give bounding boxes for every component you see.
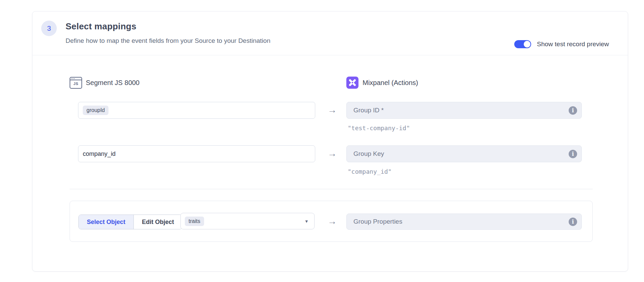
- source-name-label: Segment JS 8000: [86, 79, 140, 87]
- js-icon-text: JS: [70, 82, 81, 86]
- test-record-preview-value: "company_id": [348, 168, 392, 175]
- field-token: traits: [185, 217, 204, 226]
- show-test-record-toggle[interactable]: [514, 40, 531, 48]
- destination-name-label: Mixpanel (Actions): [363, 79, 418, 87]
- arrow-right-icon: →: [325, 145, 340, 162]
- step-number-badge: 3: [41, 21, 57, 36]
- edit-object-button[interactable]: Edit Object: [133, 215, 182, 229]
- info-icon[interactable]: i: [569, 150, 577, 158]
- browser-js-icon: JS: [70, 77, 82, 89]
- destination-field-group-properties: Group Properties i: [346, 214, 582, 230]
- mixpanel-icon: [346, 77, 358, 89]
- field-token: groupId: [83, 106, 108, 115]
- info-icon[interactable]: i: [569, 106, 577, 115]
- destination-field-label: Group ID *: [353, 107, 569, 114]
- browser-titlebar: [70, 78, 81, 80]
- section-divider: [70, 189, 593, 189]
- select-mappings-card: 3 Select mappings Define how to map the …: [32, 11, 628, 272]
- chevron-down-icon: ▾: [305, 218, 308, 224]
- destination-field-group-key: Group Key i: [346, 145, 582, 162]
- object-source-dropdown[interactable]: traits ▾: [180, 213, 315, 229]
- destination-field-label: Group Key: [353, 150, 569, 158]
- field-text-value: company_id: [83, 150, 116, 158]
- test-record-preview-value: "test-company-id": [348, 124, 410, 132]
- page-subtitle: Define how to map the event fields from …: [66, 37, 270, 45]
- page-title: Select mappings: [66, 21, 137, 32]
- source-field-input-groupid[interactable]: groupId: [78, 102, 315, 119]
- toggle-knob: [524, 41, 530, 48]
- arrow-right-icon: →: [325, 213, 340, 230]
- toggle-label: Show test record preview: [537, 39, 609, 49]
- source-field-input-company-id[interactable]: company_id: [78, 145, 315, 162]
- arrow-right-icon: →: [325, 102, 340, 119]
- header-divider: [32, 55, 628, 55]
- info-icon[interactable]: i: [569, 218, 577, 226]
- destination-field-group-id: Group ID * i: [346, 102, 582, 119]
- object-button-group: Select Object Edit Object: [78, 215, 182, 229]
- destination-field-label: Group Properties: [353, 218, 569, 225]
- select-object-button[interactable]: Select Object: [79, 215, 133, 229]
